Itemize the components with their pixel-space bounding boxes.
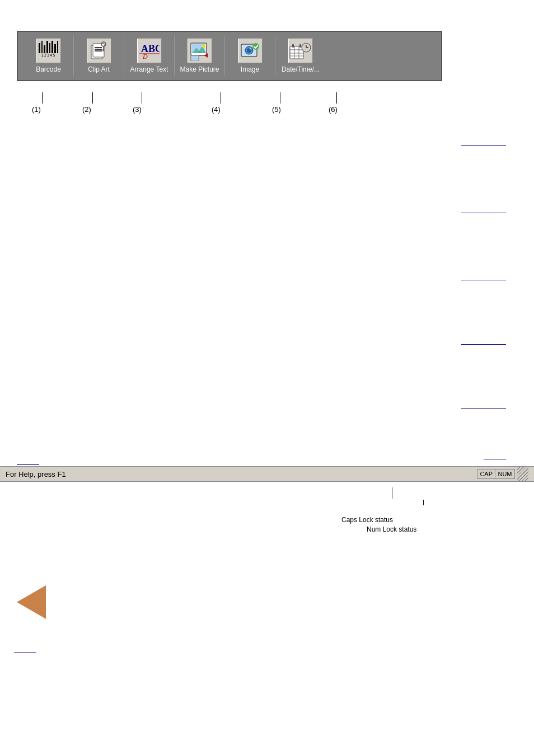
toolbar-item-datetime[interactable]: Date/Time/... xyxy=(275,36,326,76)
connector-6 xyxy=(336,92,337,104)
image-icon xyxy=(238,39,263,63)
bottom-annotation-line xyxy=(14,652,36,652)
svg-rect-11 xyxy=(139,53,160,54)
svg-point-23 xyxy=(249,48,251,50)
number-label-3: (3) xyxy=(133,105,142,114)
num-connector xyxy=(423,500,424,505)
toolbar-item-arrange-text[interactable]: ABC D Arrange Text xyxy=(124,36,175,76)
status-help-text: For Help, press F1 xyxy=(6,470,477,478)
status-bar: For Help, press F1 CAP NUM xyxy=(0,466,534,482)
barcode-icon: 12345 xyxy=(36,39,61,63)
image-label: Image xyxy=(241,65,259,73)
annotation-line-1 xyxy=(461,145,506,146)
datetime-icon xyxy=(288,39,313,63)
connector-4 xyxy=(221,92,221,104)
number-label-1: (1) xyxy=(32,105,41,114)
clipart-label: Clip Art xyxy=(88,65,110,73)
cap-connector xyxy=(392,487,392,499)
svg-point-24 xyxy=(252,43,259,50)
annotation-line-4 xyxy=(461,344,506,345)
annotation-line-2 xyxy=(461,213,506,213)
toolbar-item-image[interactable]: Image xyxy=(225,36,275,76)
caps-lock-label: Caps Lock status xyxy=(341,516,393,524)
triangle-arrow xyxy=(17,585,46,619)
num-lock-indicator: NUM xyxy=(495,469,515,479)
connector-1 xyxy=(42,92,43,104)
status-indicators: CAP NUM xyxy=(477,467,528,481)
toolbar-item-barcode[interactable]: 12345 Barcode xyxy=(24,36,74,76)
annotation-line-left-1 xyxy=(17,464,39,465)
number-label-2: (2) xyxy=(82,105,91,114)
arrange-text-icon: ABC D xyxy=(137,39,162,63)
clipart-icon xyxy=(87,39,111,63)
make-picture-label: Make Picture xyxy=(180,65,219,73)
datetime-label: Date/Time/... xyxy=(282,65,320,73)
annotation-line-5 xyxy=(461,408,506,409)
toolbar-item-clipart[interactable]: Clip Art xyxy=(74,36,124,76)
svg-rect-35 xyxy=(299,44,301,48)
make-picture-icon xyxy=(188,39,212,63)
arrange-text-label: Arrange Text xyxy=(130,65,168,73)
toolbar: 12345 Barcode Clip Art xyxy=(17,31,442,81)
connector-3 xyxy=(142,92,142,104)
annotation-line-6 xyxy=(484,459,506,459)
number-label-6: (6) xyxy=(329,105,338,114)
connector-2 xyxy=(92,92,93,104)
svg-point-16 xyxy=(202,45,205,48)
number-label-4: (4) xyxy=(212,105,221,114)
resize-grip xyxy=(517,467,528,481)
toolbar-item-make-picture[interactable]: Make Picture xyxy=(175,36,225,76)
svg-rect-19 xyxy=(191,56,198,60)
svg-rect-34 xyxy=(292,44,294,48)
annotation-line-3 xyxy=(461,280,506,280)
num-lock-label: Num Lock status xyxy=(367,525,416,533)
caps-lock-indicator: CAP xyxy=(477,469,495,479)
svg-rect-25 xyxy=(290,46,303,59)
number-label-5: (5) xyxy=(272,105,281,114)
connector-5 xyxy=(280,92,280,104)
barcode-label: Barcode xyxy=(36,65,61,73)
